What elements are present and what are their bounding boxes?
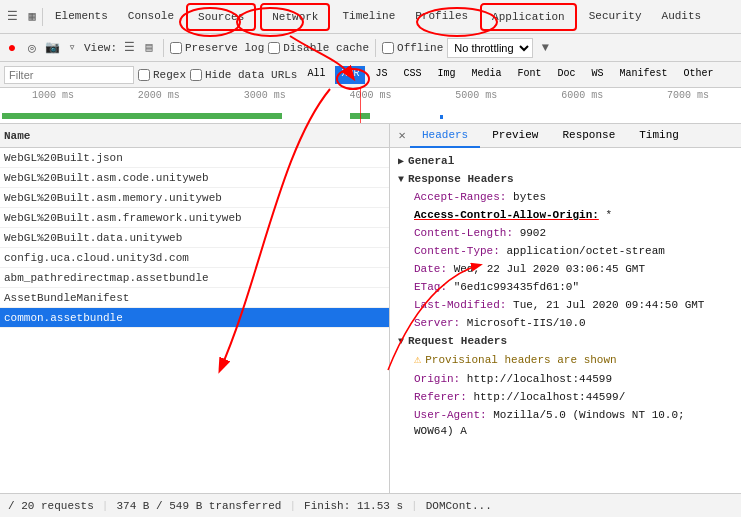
header-referer: Referer: http://localhost:44599/ [398,388,733,406]
tab-sources[interactable]: Sources [186,3,256,31]
timeline-label-7: 7000 ms [635,90,741,101]
network-row[interactable]: config.uca.cloud.unity3d.com [0,248,389,268]
status-bar: / 20 requests | 374 B / 549 B transferre… [0,493,741,517]
response-headers-section[interactable]: ▼ Response Headers [398,170,733,188]
disable-cache-checkbox[interactable]: Disable cache [268,42,369,54]
filter-input[interactable] [4,66,134,84]
grid-view-icon[interactable]: ▤ [141,40,157,56]
network-list: Name WebGL%20Built.json WebGL%20Built.as… [0,124,390,493]
tab-headers[interactable]: Headers [410,124,480,148]
timeline-bar-1 [2,113,282,119]
inspect-icon[interactable]: ▦ [24,9,40,25]
filter-other-btn[interactable]: Other [678,66,720,84]
network-row[interactable]: WebGL%20Built.asm.memory.unityweb [0,188,389,208]
finish-time: Finish: 11.53 s [304,500,403,512]
filter-css-btn[interactable]: CSS [397,66,427,84]
regex-checkbox[interactable]: Regex [138,69,186,81]
filter-ws-btn[interactable]: WS [586,66,610,84]
header-origin: Origin: http://localhost:44599 [398,370,733,388]
request-arrow-icon: ▼ [398,336,404,347]
dom-content: DOMCont... [426,500,492,512]
timeline-marker [440,115,443,119]
network-row[interactable]: WebGL%20Built.asm.code.unityweb [0,168,389,188]
timeline-label-3: 3000 ms [212,90,318,101]
filter-img-btn[interactable]: Img [432,66,462,84]
network-row[interactable]: AssetBundleManifest [0,288,389,308]
request-headers-section[interactable]: ▼ Request Headers [398,332,733,350]
filter-font-btn[interactable]: Font [512,66,548,84]
filter-js-btn[interactable]: JS [369,66,393,84]
filter-doc-btn[interactable]: Doc [552,66,582,84]
timeline-cursor [360,88,361,123]
tab-response[interactable]: Response [550,124,627,148]
list-view-icon[interactable]: ☰ [121,40,137,56]
timeline-labels: 1000 ms 2000 ms 3000 ms 4000 ms 5000 ms … [0,90,741,101]
preserve-log-checkbox[interactable]: Preserve log [170,42,264,54]
filter-icon[interactable]: ▿ [64,40,80,56]
headers-content: ▶ General ▼ Response Headers Accept-Rang… [390,148,741,444]
network-row[interactable]: WebGL%20Built.asm.framework.unityweb [0,208,389,228]
tab-timeline[interactable]: Timeline [332,0,405,34]
header-last-modified: Last-Modified: Tue, 21 Jul 2020 09:44:50… [398,296,733,314]
panel-close-button[interactable]: ✕ [394,128,410,144]
header-accept-ranges: Accept-Ranges: bytes [398,188,733,206]
tab-preview[interactable]: Preview [480,124,550,148]
header-content-length: Content-Length: 9902 [398,224,733,242]
header-etag: ETag: "6ed1c993435fd61:0" [398,278,733,296]
network-row[interactable]: abm_pathredirectmap.assetbundle [0,268,389,288]
timeline-label-5: 5000 ms [423,90,529,101]
camera-icon[interactable]: 📷 [44,40,60,56]
filter-media-btn[interactable]: Media [466,66,508,84]
tab-profiles[interactable]: Profiles [405,0,478,34]
timeline-label-2: 2000 ms [106,90,212,101]
timeline-label-4: 4000 ms [318,90,424,101]
header-date: Date: Wed, 22 Jul 2020 03:06:45 GMT [398,260,733,278]
panel-tab-bar: ✕ Headers Preview Response Timing [390,124,741,148]
requests-count: / 20 requests [8,500,94,512]
headers-panel: ✕ Headers Preview Response Timing ▶ [390,124,741,493]
throttling-arrow-icon[interactable]: ▼ [537,40,553,56]
warning-icon: ⚠ [414,352,421,368]
offline-checkbox[interactable]: Offline [382,42,443,54]
header-access-control: Access-Control-Allow-Origin: * [398,206,733,224]
filter-bar: Regex Hide data URLs All XHR JS CSS Img … [0,62,741,88]
network-toolbar: ● ◎ 📷 ▿ View: ☰ ▤ Preserve log Disable c… [0,34,741,62]
network-row-selected[interactable]: common.assetbundle [0,308,389,328]
tab-console[interactable]: Console [118,0,184,34]
header-user-agent: User-Agent: Mozilla/5.0 (Windows NT 10.0… [398,406,733,440]
clear-icon[interactable]: ◎ [24,40,40,56]
hide-data-urls-checkbox[interactable]: Hide data URLs [190,69,297,81]
response-arrow-icon: ▼ [398,174,404,185]
network-row[interactable]: WebGL%20Built.json [0,148,389,168]
network-list-header: Name [0,124,389,148]
header-server: Server: Microsoft-IIS/10.0 [398,314,733,332]
throttling-select[interactable]: No throttling [447,38,533,58]
provisional-warning: ⚠ Provisional headers are shown [398,350,733,370]
view-label: View: [84,42,117,54]
header-content-type: Content-Type: application/octet-stream [398,242,733,260]
main-content: Name WebGL%20Built.json WebGL%20Built.as… [0,124,741,493]
tab-elements[interactable]: Elements [45,0,118,34]
transfer-size: 374 B / 549 B transferred [116,500,281,512]
devtools-tab-bar: ☰ ▦ Elements Console Sources Network Tim… [0,0,741,34]
timeline-label-6: 6000 ms [529,90,635,101]
tab-application[interactable]: Application [480,3,577,31]
general-section-header[interactable]: ▶ General [398,152,733,170]
filter-manifest-btn[interactable]: Manifest [614,66,674,84]
dock-icon[interactable]: ☰ [4,9,20,25]
tab-timing[interactable]: Timing [627,124,691,148]
filter-xhr-btn[interactable]: XHR [335,66,365,84]
general-arrow-icon: ▶ [398,155,404,167]
timeline-label-1: 1000 ms [0,90,106,101]
record-icon[interactable]: ● [4,40,20,56]
timeline-bar: 1000 ms 2000 ms 3000 ms 4000 ms 5000 ms … [0,88,741,124]
tab-network[interactable]: Network [260,3,330,31]
filter-all-btn[interactable]: All [301,66,331,84]
tab-security[interactable]: Security [579,0,652,34]
tab-audits[interactable]: Audits [652,0,712,34]
network-row[interactable]: WebGL%20Built.data.unityweb [0,228,389,248]
